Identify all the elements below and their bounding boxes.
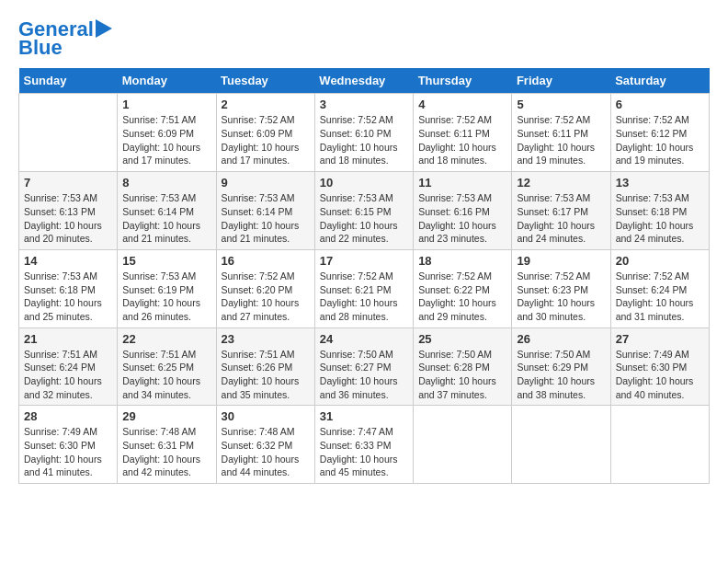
calendar-cell: 3Sunrise: 7:52 AMSunset: 6:10 PMDaylight… [314,94,413,172]
day-number: 17 [320,254,408,268]
day-info: Sunrise: 7:53 AMSunset: 6:13 PMDaylight:… [24,191,112,246]
calendar-cell: 22Sunrise: 7:51 AMSunset: 6:25 PMDayligh… [118,327,216,406]
day-info: Sunrise: 7:53 AMSunset: 6:16 PMDaylight:… [418,191,506,246]
day-info: Sunrise: 7:53 AMSunset: 6:14 PMDaylight:… [222,191,310,246]
day-info: Sunrise: 7:53 AMSunset: 6:15 PMDaylight:… [320,191,408,246]
calendar-cell: 26Sunrise: 7:50 AMSunset: 6:29 PMDayligh… [512,327,610,406]
day-number: 25 [418,332,506,346]
calendar-cell: 23Sunrise: 7:51 AMSunset: 6:26 PMDayligh… [216,327,314,406]
calendar-cell [414,406,512,484]
day-info: Sunrise: 7:51 AMSunset: 6:26 PMDaylight:… [222,348,310,402]
day-info: Sunrise: 7:52 AMSunset: 6:11 PMDaylight:… [418,113,506,167]
day-info: Sunrise: 7:51 AMSunset: 6:09 PMDaylight:… [122,113,210,167]
column-header-sunday: Sunday [19,68,118,94]
calendar-table: SundayMondayTuesdayWednesdayThursdayFrid… [18,68,710,484]
day-info: Sunrise: 7:51 AMSunset: 6:24 PMDaylight:… [24,348,112,402]
calendar-cell: 4Sunrise: 7:52 AMSunset: 6:11 PMDaylight… [414,94,512,172]
column-header-thursday: Thursday [414,68,512,94]
calendar-week-row: 1Sunrise: 7:51 AMSunset: 6:09 PMDaylight… [19,94,710,172]
day-number: 7 [24,176,112,190]
day-info: Sunrise: 7:52 AMSunset: 6:24 PMDaylight:… [616,270,704,324]
calendar-cell [610,406,709,484]
day-number: 19 [517,254,605,268]
day-number: 23 [222,332,310,346]
calendar-week-row: 28Sunrise: 7:49 AMSunset: 6:30 PMDayligh… [19,406,710,484]
calendar-cell: 27Sunrise: 7:49 AMSunset: 6:30 PMDayligh… [610,327,709,406]
column-header-tuesday: Tuesday [216,68,314,94]
page-header: General Blue [18,18,710,59]
calendar-cell: 17Sunrise: 7:52 AMSunset: 6:21 PMDayligh… [314,249,413,327]
calendar-cell: 5Sunrise: 7:52 AMSunset: 6:11 PMDaylight… [512,94,610,172]
day-number: 13 [616,176,704,190]
day-number: 26 [517,332,605,346]
day-info: Sunrise: 7:52 AMSunset: 6:22 PMDaylight:… [418,270,506,324]
calendar-cell: 31Sunrise: 7:47 AMSunset: 6:33 PMDayligh… [314,406,413,484]
day-info: Sunrise: 7:48 AMSunset: 6:32 PMDaylight:… [222,425,310,479]
day-info: Sunrise: 7:47 AMSunset: 6:33 PMDaylight:… [320,425,408,479]
day-info: Sunrise: 7:53 AMSunset: 6:18 PMDaylight:… [24,270,112,324]
day-info: Sunrise: 7:49 AMSunset: 6:30 PMDaylight:… [616,348,704,402]
calendar-cell: 25Sunrise: 7:50 AMSunset: 6:28 PMDayligh… [414,327,512,406]
calendar-cell: 10Sunrise: 7:53 AMSunset: 6:15 PMDayligh… [314,172,413,250]
calendar-week-row: 7Sunrise: 7:53 AMSunset: 6:13 PMDaylight… [19,172,710,250]
day-number: 22 [122,332,210,346]
logo-icon [96,19,112,38]
day-info: Sunrise: 7:51 AMSunset: 6:25 PMDaylight:… [122,348,210,402]
column-header-saturday: Saturday [610,68,709,94]
day-number: 1 [122,98,210,111]
day-info: Sunrise: 7:52 AMSunset: 6:21 PMDaylight:… [320,270,408,324]
day-number: 2 [222,98,310,111]
column-header-monday: Monday [118,68,216,94]
calendar-cell: 6Sunrise: 7:52 AMSunset: 6:12 PMDaylight… [610,94,709,172]
calendar-cell [512,406,610,484]
day-info: Sunrise: 7:49 AMSunset: 6:30 PMDaylight:… [24,425,112,479]
day-number: 28 [24,409,112,423]
calendar-header-row: SundayMondayTuesdayWednesdayThursdayFrid… [19,68,710,94]
day-info: Sunrise: 7:50 AMSunset: 6:28 PMDaylight:… [418,348,506,402]
day-number: 10 [320,176,408,190]
calendar-cell: 8Sunrise: 7:53 AMSunset: 6:14 PMDaylight… [118,172,216,250]
day-info: Sunrise: 7:50 AMSunset: 6:29 PMDaylight:… [517,348,605,402]
day-number: 5 [517,98,605,111]
day-info: Sunrise: 7:48 AMSunset: 6:31 PMDaylight:… [122,425,210,479]
day-number: 8 [122,176,210,190]
calendar-cell: 14Sunrise: 7:53 AMSunset: 6:18 PMDayligh… [19,249,118,327]
day-number: 29 [122,409,210,423]
day-info: Sunrise: 7:52 AMSunset: 6:09 PMDaylight:… [222,113,310,167]
day-number: 4 [418,98,506,111]
calendar-week-row: 14Sunrise: 7:53 AMSunset: 6:18 PMDayligh… [19,249,710,327]
calendar-cell: 19Sunrise: 7:52 AMSunset: 6:23 PMDayligh… [512,249,610,327]
calendar-cell: 7Sunrise: 7:53 AMSunset: 6:13 PMDaylight… [19,172,118,250]
column-header-wednesday: Wednesday [314,68,413,94]
day-number: 30 [222,409,310,423]
day-info: Sunrise: 7:52 AMSunset: 6:23 PMDaylight:… [517,270,605,324]
day-info: Sunrise: 7:52 AMSunset: 6:11 PMDaylight:… [517,113,605,167]
calendar-week-row: 21Sunrise: 7:51 AMSunset: 6:24 PMDayligh… [19,327,710,406]
calendar-cell: 1Sunrise: 7:51 AMSunset: 6:09 PMDaylight… [118,94,216,172]
day-number: 9 [222,176,310,190]
day-info: Sunrise: 7:53 AMSunset: 6:19 PMDaylight:… [122,270,210,324]
day-number: 21 [24,332,112,346]
calendar-cell: 28Sunrise: 7:49 AMSunset: 6:30 PMDayligh… [19,406,118,484]
day-number: 18 [418,254,506,268]
day-number: 6 [616,98,704,111]
calendar-cell: 11Sunrise: 7:53 AMSunset: 6:16 PMDayligh… [414,172,512,250]
day-info: Sunrise: 7:50 AMSunset: 6:27 PMDaylight:… [320,348,408,402]
svg-marker-0 [96,19,112,38]
calendar-cell: 24Sunrise: 7:50 AMSunset: 6:27 PMDayligh… [314,327,413,406]
day-info: Sunrise: 7:52 AMSunset: 6:12 PMDaylight:… [616,113,704,167]
calendar-cell: 9Sunrise: 7:53 AMSunset: 6:14 PMDaylight… [216,172,314,250]
calendar-cell: 21Sunrise: 7:51 AMSunset: 6:24 PMDayligh… [19,327,118,406]
calendar-cell: 16Sunrise: 7:52 AMSunset: 6:20 PMDayligh… [216,249,314,327]
day-number: 31 [320,409,408,423]
calendar-cell [19,94,118,172]
day-number: 20 [616,254,704,268]
calendar-cell: 18Sunrise: 7:52 AMSunset: 6:22 PMDayligh… [414,249,512,327]
calendar-cell: 13Sunrise: 7:53 AMSunset: 6:18 PMDayligh… [610,172,709,250]
day-info: Sunrise: 7:53 AMSunset: 6:17 PMDaylight:… [517,191,605,246]
day-number: 15 [122,254,210,268]
day-number: 11 [418,176,506,190]
day-number: 12 [517,176,605,190]
day-info: Sunrise: 7:52 AMSunset: 6:10 PMDaylight:… [320,113,408,167]
calendar-cell: 2Sunrise: 7:52 AMSunset: 6:09 PMDaylight… [216,94,314,172]
